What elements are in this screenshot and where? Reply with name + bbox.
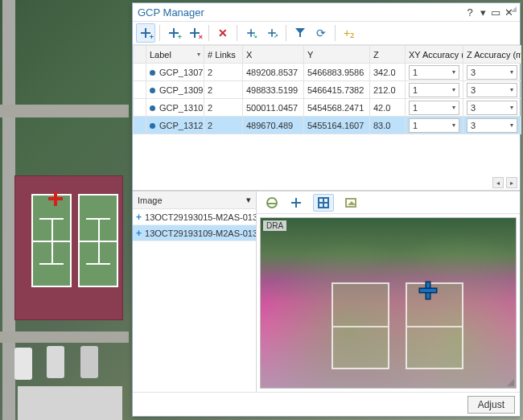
image-list-item[interactable]: +13OCT29193015-M2AS-01309 bbox=[133, 209, 256, 225]
cell-z[interactable]: 42.0 bbox=[370, 99, 406, 117]
grid-view-button[interactable] bbox=[313, 194, 334, 212]
cell-z-accuracy[interactable]: 3▾ bbox=[463, 99, 521, 117]
crosshair-icon bbox=[290, 197, 302, 208]
table-empty-area bbox=[133, 134, 520, 176]
road-vertical bbox=[2, 0, 15, 420]
add-gcp-button[interactable]: + bbox=[136, 23, 155, 43]
col-selector[interactable] bbox=[134, 46, 146, 64]
status-dot-icon bbox=[150, 105, 155, 111]
row-handle[interactable] bbox=[134, 81, 146, 99]
image-list-header[interactable]: Image ▾ bbox=[133, 191, 256, 209]
cell-x[interactable]: 498833.5199 bbox=[243, 81, 304, 99]
window-title: GCP Manager bbox=[138, 6, 463, 19]
table-row[interactable]: GCP_13092498833.51995466415.7382212.01▾3… bbox=[134, 81, 521, 99]
gcp-manager-window: GCP Manager ? ▾ ▭ ✕ + + × ✕ ↘ ↗ ⟳ +₂ L bbox=[132, 2, 521, 417]
cell-z[interactable]: 83.0 bbox=[370, 117, 406, 134]
col-x[interactable]: X bbox=[243, 46, 304, 64]
table-row[interactable]: GCP_13072489208.85375466883.9586342.01▾3… bbox=[134, 64, 521, 81]
refresh-icon: ⟳ bbox=[316, 27, 326, 39]
compute-button[interactable]: +₂ bbox=[340, 23, 359, 43]
delete-tie-point-button[interactable]: × bbox=[185, 23, 204, 43]
cell-x[interactable]: 489208.8537 bbox=[243, 64, 304, 81]
adjust-button[interactable]: Adjust bbox=[467, 396, 515, 414]
cell-xy-accuracy[interactable]: 1▾ bbox=[406, 81, 463, 99]
add-tie-point-button[interactable]: + bbox=[164, 23, 183, 43]
cell-label[interactable]: GCP_1310 bbox=[146, 99, 204, 117]
cell-y[interactable]: 5466415.7382 bbox=[304, 81, 370, 99]
tennis-court-area bbox=[14, 175, 123, 320]
link-status-icon: + bbox=[136, 212, 142, 223]
row-handle[interactable] bbox=[134, 99, 146, 117]
cell-y[interactable]: 5454568.2471 bbox=[304, 99, 370, 117]
image-view-button[interactable] bbox=[340, 194, 361, 212]
funnel-icon bbox=[295, 28, 305, 38]
vehicle bbox=[80, 346, 98, 378]
building-roof bbox=[18, 386, 122, 420]
cell-links[interactable]: 2 bbox=[204, 64, 243, 81]
cell-label[interactable]: GCP_1312 bbox=[146, 117, 204, 134]
vehicle bbox=[47, 346, 64, 378]
preview-panel: DRA bbox=[257, 191, 520, 392]
cell-label[interactable]: GCP_1309 bbox=[146, 81, 204, 99]
restore-button[interactable]: ▭ bbox=[489, 6, 502, 19]
refresh-button[interactable]: ⟳ bbox=[311, 23, 331, 43]
image-header-label: Image bbox=[138, 196, 163, 205]
overview-button[interactable] bbox=[262, 194, 282, 212]
status-dot-icon bbox=[150, 88, 155, 93]
main-toolbar: + + × ✕ ↘ ↗ ⟳ +₂ bbox=[133, 21, 520, 45]
cell-xy-accuracy[interactable]: 1▾ bbox=[406, 117, 463, 134]
preview-court bbox=[332, 282, 389, 369]
cell-xy-accuracy[interactable]: 1▾ bbox=[406, 64, 463, 81]
import-gcp-button[interactable]: ↘ bbox=[241, 23, 261, 43]
image-icon bbox=[345, 198, 356, 208]
delete-icon: ✕ bbox=[218, 27, 228, 39]
col-label[interactable]: Label▾ bbox=[146, 46, 204, 64]
center-on-gcp-button[interactable] bbox=[286, 194, 307, 212]
cell-x[interactable]: 489670.489 bbox=[243, 117, 304, 134]
cell-xy-accuracy[interactable]: 1▾ bbox=[406, 99, 463, 117]
help-button[interactable]: ? bbox=[463, 6, 476, 19]
title-bar[interactable]: GCP Manager ? ▾ ▭ ✕ bbox=[133, 3, 520, 21]
cell-links[interactable]: 2 bbox=[204, 99, 243, 117]
delete-button[interactable]: ✕ bbox=[213, 23, 233, 43]
row-handle[interactable] bbox=[134, 64, 146, 81]
cell-y[interactable]: 5466883.9586 bbox=[304, 64, 370, 81]
col-z-accuracy[interactable]: Z Accuracy (m bbox=[463, 46, 521, 64]
table-row[interactable]: GCP_13102500011.04575454568.247142.01▾3▾ bbox=[134, 99, 521, 117]
cell-links[interactable]: 2 bbox=[204, 81, 243, 99]
cell-z-accuracy[interactable]: 3▾ bbox=[463, 64, 521, 81]
cell-z-accuracy[interactable]: 3▾ bbox=[463, 81, 521, 99]
vehicle bbox=[14, 348, 32, 380]
image-name: 13OCT29193109-M2AS-01309 bbox=[145, 229, 256, 238]
road-horizontal-2 bbox=[0, 331, 129, 343]
scroll-left-button[interactable]: ◂ bbox=[492, 177, 504, 188]
grid-icon bbox=[318, 197, 329, 208]
cell-y[interactable]: 5455164.1607 bbox=[304, 117, 370, 134]
cell-label[interactable]: GCP_1307 bbox=[146, 64, 204, 81]
cell-z[interactable]: 212.0 bbox=[370, 81, 406, 99]
scroll-right-button[interactable]: ▸ bbox=[506, 177, 517, 188]
cell-x[interactable]: 500011.0457 bbox=[243, 99, 304, 117]
cell-z[interactable]: 342.0 bbox=[370, 64, 406, 81]
image-name: 13OCT29193015-M2AS-01309 bbox=[145, 212, 256, 222]
row-handle[interactable] bbox=[134, 117, 146, 134]
resize-grip-icon[interactable] bbox=[507, 379, 514, 386]
image-list-panel: Image ▾ +13OCT29193015-M2AS-01309+13OCT2… bbox=[133, 191, 257, 392]
link-status-icon: + bbox=[136, 228, 142, 239]
cell-links[interactable]: 2 bbox=[204, 117, 243, 134]
preview-canvas[interactable]: DRA bbox=[260, 217, 517, 389]
filter-button[interactable] bbox=[290, 23, 310, 43]
export-gcp-button[interactable]: ↗ bbox=[262, 23, 282, 43]
gcp-table: Label▾ # Links X Y Z XY Accuracy (m Z Ac… bbox=[133, 45, 520, 191]
col-links[interactable]: # Links bbox=[204, 46, 243, 64]
col-y[interactable]: Y bbox=[304, 46, 370, 64]
footer-bar: Adjust bbox=[133, 392, 520, 416]
table-row[interactable]: GCP_13122489670.4895455164.160783.01▾3▾ bbox=[134, 117, 521, 134]
image-list-item[interactable]: +13OCT29193109-M2AS-01309 bbox=[133, 225, 256, 241]
cell-z-accuracy[interactable]: 3▾ bbox=[463, 117, 521, 134]
col-z[interactable]: Z bbox=[370, 46, 406, 64]
col-xy-accuracy[interactable]: XY Accuracy (m bbox=[406, 46, 463, 64]
menu-indicator[interactable]: ▾ bbox=[476, 6, 489, 19]
status-dot-icon bbox=[150, 123, 155, 129]
panel-grip-icon[interactable] bbox=[511, 6, 517, 12]
